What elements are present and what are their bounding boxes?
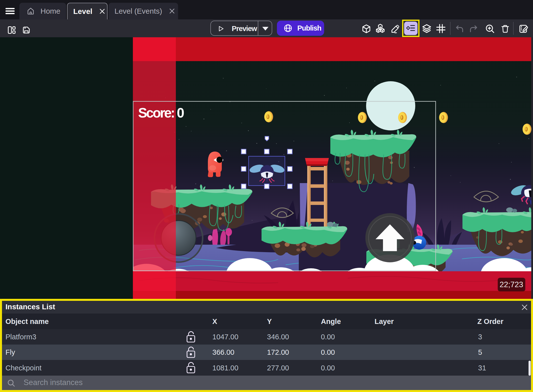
svg-text:22;723: 22;723 [500,280,523,289]
svg-text:Score: 0: Score: 0 [138,105,184,120]
